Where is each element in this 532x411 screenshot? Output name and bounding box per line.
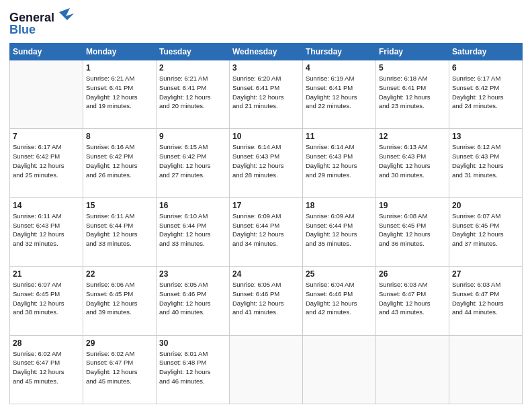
day-info: Sunrise: 6:11 AM Sunset: 6:44 PM Dayligh… [86, 212, 153, 248]
day-number: 19 [379, 201, 446, 210]
day-info: Sunrise: 6:01 AM Sunset: 6:48 PM Dayligh… [159, 349, 226, 386]
day-number: 5 [379, 63, 446, 73]
day-info: Sunrise: 6:09 AM Sunset: 6:44 PM Dayligh… [232, 212, 300, 248]
calendar-day-cell: 30Sunrise: 6:01 AM Sunset: 6:48 PM Dayli… [157, 335, 230, 404]
calendar-day-cell: 9Sunrise: 6:15 AM Sunset: 6:42 PM Daylig… [157, 129, 230, 197]
calendar-day-cell: 5Sunrise: 6:18 AM Sunset: 6:41 PM Daylig… [376, 60, 449, 129]
calendar-header-row: SundayMondayTuesdayWednesdayThursdayFrid… [10, 44, 523, 60]
calendar-header-cell: Thursday [303, 44, 376, 60]
calendar-day-cell: 20Sunrise: 6:07 AM Sunset: 6:45 PM Dayli… [449, 197, 523, 266]
day-info: Sunrise: 6:21 AM Sunset: 6:41 PM Dayligh… [86, 74, 153, 111]
calendar-day-cell: 8Sunrise: 6:16 AM Sunset: 6:42 PM Daylig… [83, 129, 157, 197]
calendar-day-cell: 3Sunrise: 6:20 AM Sunset: 6:41 PM Daylig… [230, 60, 303, 129]
calendar-day-cell: 22Sunrise: 6:06 AM Sunset: 6:45 PM Dayli… [83, 267, 157, 335]
svg-text:Blue: Blue [9, 23, 36, 36]
svg-marker-2 [59, 8, 74, 20]
calendar-day-cell [376, 335, 449, 404]
calendar-week-row: 7Sunrise: 6:17 AM Sunset: 6:42 PM Daylig… [10, 129, 523, 197]
day-info: Sunrise: 6:05 AM Sunset: 6:46 PM Dayligh… [159, 280, 226, 317]
calendar-day-cell: 16Sunrise: 6:10 AM Sunset: 6:44 PM Dayli… [157, 197, 230, 266]
day-number: 21 [13, 269, 80, 279]
day-info: Sunrise: 6:14 AM Sunset: 6:43 PM Dayligh… [306, 142, 373, 179]
day-number: 8 [86, 132, 153, 141]
calendar-day-cell: 28Sunrise: 6:02 AM Sunset: 6:47 PM Dayli… [10, 335, 83, 404]
day-info: Sunrise: 6:21 AM Sunset: 6:41 PM Dayligh… [159, 74, 226, 111]
calendar-day-cell: 2Sunrise: 6:21 AM Sunset: 6:41 PM Daylig… [157, 60, 230, 129]
day-number: 12 [379, 132, 446, 141]
day-number: 7 [13, 132, 80, 141]
day-number: 15 [86, 201, 153, 210]
day-number: 29 [86, 338, 153, 348]
day-number: 24 [232, 269, 300, 279]
calendar-day-cell: 23Sunrise: 6:05 AM Sunset: 6:46 PM Dayli… [157, 267, 230, 335]
calendar-week-row: 28Sunrise: 6:02 AM Sunset: 6:47 PM Dayli… [10, 335, 523, 404]
calendar-header-cell: Saturday [449, 44, 523, 60]
calendar-week-row: 21Sunrise: 6:07 AM Sunset: 6:45 PM Dayli… [10, 267, 523, 335]
page: General Blue SundayMondayTuesdayWednesda… [0, 0, 532, 411]
calendar-day-cell: 13Sunrise: 6:12 AM Sunset: 6:43 PM Dayli… [449, 129, 523, 197]
day-number: 3 [232, 63, 300, 73]
calendar-day-cell: 21Sunrise: 6:07 AM Sunset: 6:45 PM Dayli… [10, 267, 83, 335]
calendar-day-cell: 17Sunrise: 6:09 AM Sunset: 6:44 PM Dayli… [230, 197, 303, 266]
logo-text: General Blue [9, 7, 83, 39]
day-info: Sunrise: 6:20 AM Sunset: 6:41 PM Dayligh… [232, 74, 300, 111]
day-info: Sunrise: 6:07 AM Sunset: 6:45 PM Dayligh… [452, 212, 519, 248]
day-number: 25 [306, 269, 373, 279]
day-number: 11 [306, 132, 373, 141]
calendar-day-cell [10, 60, 83, 129]
calendar-day-cell: 1Sunrise: 6:21 AM Sunset: 6:41 PM Daylig… [83, 60, 157, 129]
day-number: 16 [159, 201, 226, 210]
day-info: Sunrise: 6:05 AM Sunset: 6:46 PM Dayligh… [232, 280, 300, 317]
calendar-header-cell: Tuesday [157, 44, 230, 60]
day-number: 17 [232, 201, 300, 210]
calendar-day-cell: 4Sunrise: 6:19 AM Sunset: 6:41 PM Daylig… [303, 60, 376, 129]
calendar-table: SundayMondayTuesdayWednesdayThursdayFrid… [9, 43, 523, 404]
day-info: Sunrise: 6:06 AM Sunset: 6:45 PM Dayligh… [86, 280, 153, 317]
day-info: Sunrise: 6:11 AM Sunset: 6:43 PM Dayligh… [13, 212, 80, 248]
day-number: 23 [159, 269, 226, 279]
day-number: 26 [379, 269, 446, 279]
day-number: 9 [159, 132, 226, 141]
day-info: Sunrise: 6:03 AM Sunset: 6:47 PM Dayligh… [452, 280, 519, 317]
day-number: 2 [159, 63, 226, 73]
calendar-day-cell: 19Sunrise: 6:08 AM Sunset: 6:45 PM Dayli… [376, 197, 449, 266]
calendar-day-cell: 25Sunrise: 6:04 AM Sunset: 6:46 PM Dayli… [303, 267, 376, 335]
calendar-header-cell: Sunday [10, 44, 83, 60]
day-info: Sunrise: 6:14 AM Sunset: 6:43 PM Dayligh… [232, 142, 300, 179]
day-number: 1 [86, 63, 153, 73]
day-number: 28 [13, 338, 80, 348]
day-number: 30 [159, 338, 226, 348]
calendar-day-cell: 6Sunrise: 6:17 AM Sunset: 6:42 PM Daylig… [449, 60, 523, 129]
calendar-day-cell: 26Sunrise: 6:03 AM Sunset: 6:47 PM Dayli… [376, 267, 449, 335]
day-info: Sunrise: 6:12 AM Sunset: 6:43 PM Dayligh… [452, 142, 519, 179]
day-info: Sunrise: 6:02 AM Sunset: 6:47 PM Dayligh… [86, 349, 153, 386]
day-info: Sunrise: 6:19 AM Sunset: 6:41 PM Dayligh… [306, 74, 373, 111]
day-number: 10 [232, 132, 300, 141]
day-info: Sunrise: 6:03 AM Sunset: 6:47 PM Dayligh… [379, 280, 446, 317]
day-info: Sunrise: 6:16 AM Sunset: 6:42 PM Dayligh… [86, 142, 153, 179]
calendar-week-row: 14Sunrise: 6:11 AM Sunset: 6:43 PM Dayli… [10, 197, 523, 266]
day-info: Sunrise: 6:15 AM Sunset: 6:42 PM Dayligh… [159, 142, 226, 179]
day-number: 20 [452, 201, 519, 210]
calendar-day-cell: 18Sunrise: 6:09 AM Sunset: 6:44 PM Dayli… [303, 197, 376, 266]
calendar-day-cell: 29Sunrise: 6:02 AM Sunset: 6:47 PM Dayli… [83, 335, 157, 404]
calendar-day-cell: 14Sunrise: 6:11 AM Sunset: 6:43 PM Dayli… [10, 197, 83, 266]
calendar-body: 1Sunrise: 6:21 AM Sunset: 6:41 PM Daylig… [10, 60, 523, 404]
day-info: Sunrise: 6:17 AM Sunset: 6:42 PM Dayligh… [13, 142, 80, 179]
svg-text:General: General [9, 11, 54, 24]
day-number: 4 [306, 63, 373, 73]
calendar-header-cell: Friday [376, 44, 449, 60]
calendar-day-cell [230, 335, 303, 404]
day-number: 6 [452, 63, 519, 73]
calendar-day-cell: 27Sunrise: 6:03 AM Sunset: 6:47 PM Dayli… [449, 267, 523, 335]
day-info: Sunrise: 6:09 AM Sunset: 6:44 PM Dayligh… [306, 212, 373, 248]
calendar-week-row: 1Sunrise: 6:21 AM Sunset: 6:41 PM Daylig… [10, 60, 523, 129]
day-number: 14 [13, 201, 80, 210]
day-info: Sunrise: 6:18 AM Sunset: 6:41 PM Dayligh… [379, 74, 446, 111]
calendar-day-cell: 15Sunrise: 6:11 AM Sunset: 6:44 PM Dayli… [83, 197, 157, 266]
day-info: Sunrise: 6:07 AM Sunset: 6:45 PM Dayligh… [13, 280, 80, 317]
day-info: Sunrise: 6:08 AM Sunset: 6:45 PM Dayligh… [379, 212, 446, 248]
day-number: 27 [452, 269, 519, 279]
header: General Blue [9, 7, 523, 39]
day-number: 18 [306, 201, 373, 210]
